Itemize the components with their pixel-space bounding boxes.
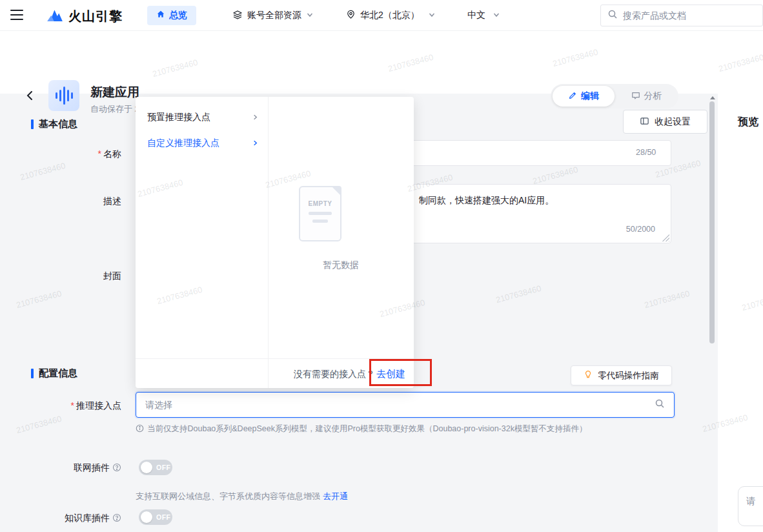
activate-link[interactable]: 去开通 (323, 491, 348, 501)
question-circle-icon[interactable] (112, 513, 121, 524)
footer-prompt: 没有需要的接入点？ (294, 369, 375, 380)
page-title: 新建应用 (90, 84, 139, 101)
section-accent-bar (31, 119, 34, 129)
create-endpoint-link[interactable]: 去创建 (376, 368, 405, 380)
dropdown-footer: 没有需要的接入点？ 去创建 (136, 358, 414, 388)
network-plugin-label: 联网插件 (39, 462, 121, 474)
section-basic-info: 基本信息 (31, 118, 77, 130)
resize-handle[interactable] (662, 234, 669, 241)
app-waveform-icon (48, 80, 79, 111)
chevron-down-icon (493, 10, 500, 21)
zero-code-guide-button[interactable]: 零代码操作指南 (571, 365, 672, 385)
back-icon[interactable] (26, 88, 39, 103)
required-mark: * (98, 148, 101, 159)
brand-name: 火山引擎 (68, 8, 123, 25)
analyze-button[interactable]: 分析 (616, 86, 677, 107)
section-config: 配置信息 (31, 367, 77, 380)
section-accent-bar (31, 369, 34, 378)
empty-icon-text: EMPTY (300, 200, 340, 207)
description-field-label: 描述 (39, 196, 121, 207)
nav-language-label: 中文 (467, 10, 485, 21)
chat-bubble-icon (631, 91, 640, 102)
chevron-down-icon (306, 10, 314, 21)
dropdown-divider (268, 97, 269, 388)
hamburger-menu-icon[interactable] (10, 10, 23, 20)
edit-button-label: 编辑 (581, 90, 599, 102)
preview-panel: 预览 请 (718, 94, 763, 532)
name-char-counter: 28/50 (636, 148, 656, 157)
global-search-box[interactable] (600, 5, 763, 26)
collapse-settings-label: 收起设置 (655, 116, 691, 128)
pencil-icon (568, 91, 577, 102)
info-circle-icon (136, 424, 144, 433)
volcengine-console: 火山引擎 总览 账号全部资源 华北 (0, 0, 763, 532)
collapse-settings-button[interactable]: 收起设置 (623, 110, 707, 134)
analyze-button-label: 分析 (644, 90, 662, 102)
toggle-off-label: OFF (156, 464, 171, 471)
endpoint-select[interactable] (136, 392, 675, 418)
nav-account-resources[interactable]: 账号全部资源 (232, 0, 314, 31)
volcengine-logo-icon (45, 5, 65, 27)
section-basic-info-label: 基本信息 (39, 118, 77, 130)
endpoint-hint: 当前仅支持Doubao系列&DeepSeek系列模型，建议使用Pro模型获取更好… (136, 424, 678, 435)
question-circle-icon[interactable] (112, 463, 121, 474)
nav-account-resources-label: 账号全部资源 (247, 10, 301, 21)
top-navbar: 火山引擎 总览 账号全部资源 华北 (0, 0, 763, 31)
nav-overview-label: 总览 (169, 10, 187, 21)
empty-state-text: 暂无数据 (268, 260, 414, 271)
network-plugin-toggle[interactable]: OFF (139, 460, 172, 475)
scrollbar-thumb[interactable] (709, 101, 715, 343)
toggle-knob (141, 511, 152, 523)
menu-item-label: 预置推理接入点 (147, 112, 210, 123)
network-plugin-hint: 支持互联网公域信息、字节系优质内容等信息增强去开通 (136, 491, 348, 502)
scrollbar-up-arrow[interactable] (710, 96, 715, 99)
empty-document-icon: EMPTY (299, 186, 341, 241)
scrollbar-track[interactable] (709, 95, 715, 531)
global-search-input[interactable] (623, 10, 739, 21)
doc-line (312, 220, 328, 223)
menu-item-label: 自定义推理接入点 (147, 138, 219, 149)
main-content: 基本信息 *名称 28/50 描述 制同款，快速搭建强大的AI应用。 50/20… (0, 94, 763, 532)
zero-code-guide-label: 零代码操作指南 (598, 370, 659, 382)
search-icon (655, 398, 665, 411)
edit-button[interactable]: 编辑 (553, 86, 615, 107)
layers-icon (232, 10, 243, 22)
endpoint-field-label: *推理接入点 (39, 400, 121, 412)
collapse-panel-icon (640, 116, 649, 128)
chevron-right-icon (252, 112, 259, 123)
cover-field-label: 封面 (39, 271, 121, 282)
endpoint-select-input[interactable] (145, 400, 655, 410)
edit-analyze-segmented-control: 编辑 分析 (551, 84, 678, 108)
required-mark: * (71, 400, 74, 411)
chevron-right-icon (252, 138, 259, 148)
nav-language-selector[interactable]: 中文 (467, 0, 500, 31)
nav-overview-button[interactable]: 总览 (147, 6, 196, 25)
lightbulb-icon (584, 370, 593, 381)
doc-line (309, 212, 332, 215)
endpoint-hint-text: 当前仅支持Doubao系列&DeepSeek系列模型，建议使用Pro模型获取更好… (147, 424, 587, 435)
chevron-down-icon (428, 10, 436, 21)
description-value: 制同款，快速搭建强大的AI应用。 (419, 195, 554, 207)
toggle-off-label: OFF (156, 513, 171, 521)
section-config-label: 配置信息 (39, 367, 77, 380)
description-char-counter: 50/2000 (626, 225, 655, 234)
brand-logo[interactable]: 火山引擎 (45, 5, 123, 27)
endpoint-dropdown-panel: 预置推理接入点 自定义推理接入点 EMPTY 暂无数据 没有需要的接入点？ (136, 97, 414, 388)
location-pin-icon (346, 10, 356, 21)
search-icon (607, 9, 618, 22)
kb-plugin-label: 知识库插件 (39, 513, 121, 524)
preview-title: 预览 (738, 116, 758, 129)
page-header: 新建应用 自动保存于 2025-06-04 19:05:36 编辑 分析 (0, 31, 763, 94)
kb-plugin-toggle[interactable]: OFF (139, 509, 172, 525)
preview-chat-input[interactable]: 请 (738, 486, 763, 526)
toggle-knob (141, 462, 152, 473)
nav-region-label: 华北2（北京） (360, 10, 420, 21)
name-field-label: *名称 (39, 148, 121, 160)
nav-region-selector[interactable]: 华北2（北京） (346, 0, 436, 31)
menu-item-custom-endpoint[interactable]: 自定义推理接入点 (136, 131, 268, 156)
home-icon (156, 10, 165, 21)
preview-chat-placeholder: 请 (746, 496, 755, 506)
page-fold (331, 186, 341, 196)
menu-item-preset-endpoint[interactable]: 预置推理接入点 (136, 105, 268, 130)
